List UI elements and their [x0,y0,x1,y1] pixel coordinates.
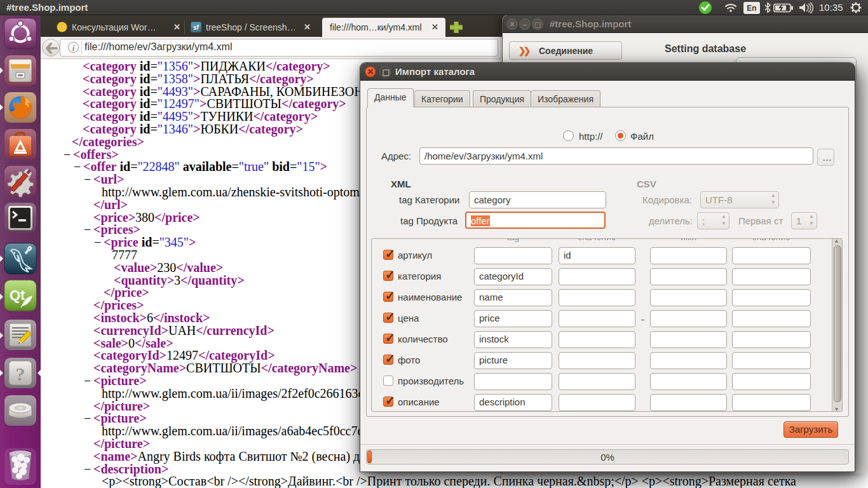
svg-text:?: ? [16,363,25,384]
svg-text:En: En [747,4,756,13]
svg-text:Qt: Qt [10,287,25,303]
svg-text:sf: sf [193,24,200,31]
